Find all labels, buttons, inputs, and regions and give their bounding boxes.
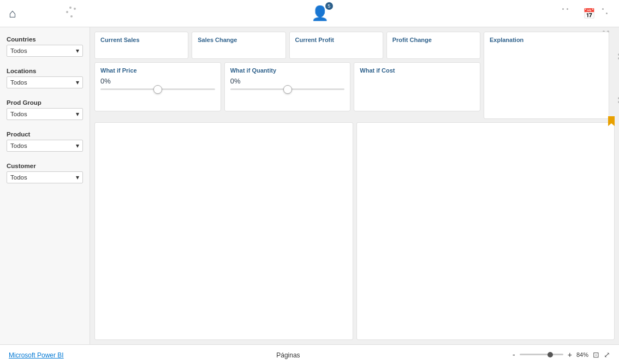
whatif-title-cost: What if Cost [360, 67, 474, 74]
filter-arrow-prod-group: ▾ [76, 110, 79, 118]
top-bar: ⌂ 👤 5 📅 [0, 0, 619, 27]
filter-arrow-product: ▾ [76, 142, 79, 150]
top-cards-area: Current Sales Sales Change Current Profi… [94, 32, 615, 119]
chart-card-right [356, 122, 615, 340]
bottom-right: - + 84% ⊡ ⤢ [513, 350, 610, 359]
whatif-title-price: What if Price [100, 67, 215, 74]
filter-label-countries: Countries [7, 36, 83, 43]
filter-arrow-customer: ▾ [76, 174, 79, 181]
brand-link[interactable]: Microsoft Power BI [9, 350, 64, 360]
chart-row [94, 122, 615, 340]
right-panel: Explanation [484, 32, 615, 119]
filter-select-countries[interactable]: Todos ▾ [7, 45, 83, 57]
whatif-value-price: 0% [100, 77, 215, 85]
zoom-slider-thumb[interactable] [547, 352, 553, 357]
person-badge: 5 [325, 2, 333, 10]
slider-track-quantity[interactable] [230, 88, 345, 90]
filter-group-prod-group: Prod Group Todos ▾ [7, 99, 83, 120]
brand-label[interactable]: Microsoft Power BI [9, 351, 64, 359]
top-bar-left: ⌂ [9, 5, 77, 22]
filter-select-locations[interactable]: Todos ▾ [7, 76, 83, 88]
kpi-card-profit-change: Profit Change [386, 32, 480, 59]
chart-card-left [94, 122, 353, 340]
filter-value-product: Todos [10, 142, 27, 149]
kpi-title-sales-change: Sales Change [198, 37, 279, 43]
top-bar-center: 👤 5 [311, 5, 329, 22]
kpi-card-current-profit: Current Profit [289, 32, 383, 59]
sidebar: Countries Todos ▾ Locations Todos ▾ Prod… [0, 27, 90, 344]
kpi-title-profit-change: Profit Change [392, 37, 474, 43]
left-cards: Current Sales Sales Change Current Profi… [94, 32, 480, 119]
filter-group-countries: Countries Todos ▾ [7, 36, 83, 57]
main-layout: Countries Todos ▾ Locations Todos ▾ Prod… [0, 27, 619, 344]
person-icon[interactable]: 👤 5 [311, 5, 329, 22]
filter-arrow-locations: ▾ [76, 79, 79, 86]
filter-label-customer: Customer [7, 163, 83, 169]
slider-track-price[interactable] [100, 88, 215, 90]
filter-group-product: Product Todos ▾ [7, 131, 83, 152]
slider-price[interactable] [100, 88, 215, 90]
filter-group-customer: Customer Todos ▾ [7, 163, 83, 183]
filter-label-locations: Locations [7, 68, 83, 74]
pages-text: Páginas [276, 351, 300, 359]
explanation-card: Explanation [484, 32, 609, 119]
fit-page-icon[interactable]: ⊡ [593, 350, 599, 359]
slider-thumb-quantity[interactable] [283, 85, 292, 94]
zoom-minus-button[interactable]: - [513, 350, 515, 359]
slider-thumb-price[interactable] [153, 85, 162, 94]
pages-label: Páginas [276, 350, 300, 360]
kpi-card-sales-change: Sales Change [192, 32, 285, 59]
top-bar-right: 📅 [562, 8, 610, 20]
whatif-card-price: What if Price 0% [94, 62, 221, 111]
calendar-icon[interactable]: 📅 [583, 8, 595, 20]
filter-value-customer: Todos [10, 174, 27, 181]
whatif-value-quantity: 0% [230, 77, 345, 85]
bottom-bar: Microsoft Power BI Páginas - + 84% ⊡ ⤢ [0, 344, 619, 364]
whatif-card-quantity: What if Quantity 0% [224, 62, 351, 111]
fullscreen-icon[interactable]: ⤢ [604, 350, 610, 359]
zoom-percent-label: 84% [576, 351, 588, 358]
filter-select-prod-group[interactable]: Todos ▾ [7, 108, 83, 120]
kpi-title-current-profit: Current Profit [295, 37, 377, 43]
home-icon[interactable]: ⌂ [9, 7, 16, 21]
content-area: Current Sales Sales Change Current Profi… [90, 27, 619, 344]
kpi-row: Current Sales Sales Change Current Profi… [94, 32, 480, 59]
whatif-row: What if Price 0% What if Quantity 0% [94, 62, 480, 111]
zoom-slider[interactable] [520, 354, 563, 355]
filter-value-locations: Todos [10, 79, 27, 86]
bookmark-icon[interactable] [608, 116, 615, 128]
zoom-plus-button[interactable]: + [568, 350, 572, 359]
filter-value-prod-group: Todos [10, 111, 27, 117]
filter-arrow-countries: ▾ [76, 47, 79, 55]
filter-group-locations: Locations Todos ▾ [7, 68, 83, 88]
filter-select-product[interactable]: Todos ▾ [7, 140, 83, 152]
whatif-card-cost: What if Cost [354, 62, 480, 111]
filter-value-countries: Todos [10, 47, 27, 54]
kpi-card-current-sales: Current Sales [94, 32, 188, 59]
filter-select-customer[interactable]: Todos ▾ [7, 171, 83, 183]
svg-marker-0 [608, 116, 615, 126]
filter-label-prod-group: Prod Group [7, 99, 83, 106]
explanation-title: Explanation [490, 37, 603, 43]
filter-label-product: Product [7, 131, 83, 138]
kpi-title-current-sales: Current Sales [100, 37, 182, 43]
slider-quantity[interactable] [230, 88, 345, 90]
whatif-title-quantity: What if Quantity [230, 67, 345, 74]
